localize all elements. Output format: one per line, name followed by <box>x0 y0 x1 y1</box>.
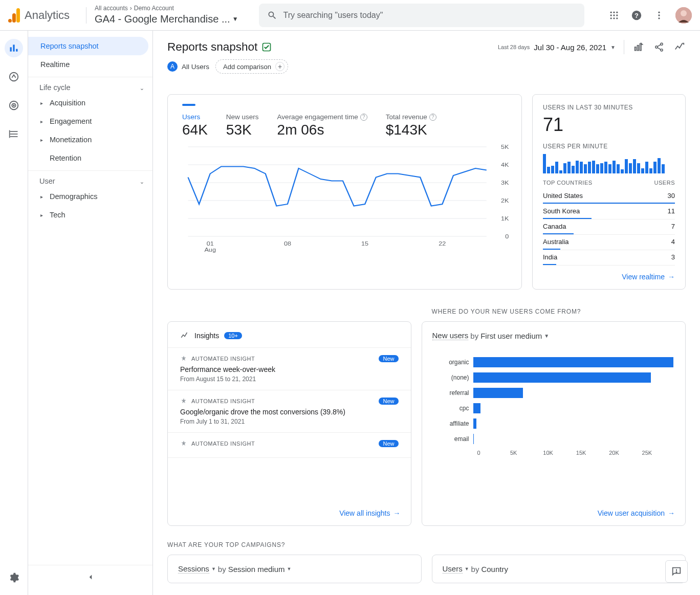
help-icon[interactable]: ? <box>630 9 643 21</box>
sidenav-section-lifecycle[interactable]: Life cycle ⌃ <box>28 77 152 94</box>
caret-down-icon: ▼ <box>211 566 216 571</box>
svg-point-16 <box>658 17 660 19</box>
rail-explore-icon[interactable] <box>5 68 23 86</box>
users-by-country-selector[interactable]: Users ▼ by Country <box>443 564 675 574</box>
svg-point-3 <box>610 11 612 13</box>
sidenav-realtime[interactable]: Realtime <box>28 55 152 74</box>
svg-text:1K: 1K <box>501 215 509 222</box>
caret-right-icon: ▸ <box>40 212 46 218</box>
insights-header: Insights 10+ <box>168 331 411 347</box>
svg-point-2 <box>8 19 12 23</box>
more-vert-icon[interactable] <box>653 9 665 21</box>
metric-avg-engagement[interactable]: Average engagement time ? 2m 06s <box>277 113 367 138</box>
metric-avg-eng-value: 2m 06s <box>277 122 367 138</box>
realtime-countries-list: United States30South Korea11Canada7Austr… <box>543 189 675 266</box>
svg-rect-27 <box>10 134 18 135</box>
caret-down-icon: ▼ <box>232 15 238 24</box>
product-logo[interactable]: Analytics <box>8 8 70 23</box>
realtime-users-count: 71 <box>543 114 675 136</box>
rail-advertising-icon[interactable] <box>5 96 23 115</box>
share-icon[interactable] <box>653 41 665 53</box>
date-range-selector[interactable]: Last 28 days Jul 30 - Aug 26, 2021 ▼ <box>498 43 616 52</box>
svg-rect-32 <box>638 46 639 51</box>
add-comparison-label: Add comparison <box>223 63 271 71</box>
svg-point-9 <box>610 17 612 19</box>
insights-list[interactable]: AUTOMATED INSIGHTNewPerformance week-ove… <box>168 347 411 502</box>
caret-down-icon: ▼ <box>287 566 292 571</box>
insights-count-badge: 10+ <box>224 332 242 339</box>
svg-point-5 <box>616 11 618 13</box>
page-header: Reports snapshot Last 28 days Jul 30 - A… <box>167 40 686 54</box>
search-input[interactable]: Try searching "users today" <box>259 4 584 27</box>
insight-item[interactable]: AUTOMATED INSIGHTNewGoogle/organic drove… <box>168 390 411 433</box>
sessions-selector[interactable]: Sessions ▼ by Session medium ▼ <box>178 564 411 574</box>
realtime-country-row[interactable]: Australia4 <box>543 235 675 250</box>
nav-rail <box>0 31 28 595</box>
sidenav-acquisition[interactable]: ▸Acquisition <box>28 94 152 112</box>
view-all-insights-link[interactable]: View all insights → <box>168 509 411 517</box>
svg-text:3K: 3K <box>501 180 509 186</box>
info-icon[interactable]: ? <box>429 114 436 121</box>
new-users-selector[interactable]: New users by First user medium ▼ <box>432 331 675 340</box>
rail-admin-icon[interactable] <box>5 568 23 587</box>
analytics-logo-icon <box>8 8 20 23</box>
realtime-country-row[interactable]: India3 <box>543 250 675 266</box>
sidenav-engagement[interactable]: ▸Engagement <box>28 112 152 130</box>
insight-item[interactable]: AUTOMATED INSIGHTNew <box>168 433 411 458</box>
view-realtime-link[interactable]: View realtime → <box>543 273 675 281</box>
app-header: Analytics All accounts › Demo Account GA… <box>0 0 700 31</box>
sidenav-retention[interactable]: Retention <box>28 149 152 167</box>
rail-reports-icon[interactable] <box>5 39 23 57</box>
sparkle-icon <box>180 331 189 340</box>
hbar-row: email <box>432 431 675 447</box>
caret-right-icon: ▸ <box>40 137 46 143</box>
sidenav-monetization[interactable]: ▸Monetization <box>28 130 152 149</box>
sidenav-tech[interactable]: ▸Tech <box>28 206 152 224</box>
sidenav-reports-snapshot[interactable]: Reports snapshot <box>28 37 148 55</box>
svg-point-18 <box>681 10 687 16</box>
sidenav-section-user[interactable]: User ⌃ <box>28 170 152 187</box>
realtime-country-row[interactable]: South Korea11 <box>543 204 675 219</box>
account-selector[interactable]: All accounts › Demo Account GA4 - Google… <box>95 5 238 26</box>
svg-text:Aug: Aug <box>204 247 215 253</box>
svg-rect-21 <box>16 49 17 52</box>
svg-point-10 <box>613 17 615 19</box>
svg-rect-26 <box>10 131 18 132</box>
header-divider <box>86 7 86 24</box>
search-placeholder: Try searching "users today" <box>283 11 383 20</box>
svg-point-25 <box>13 105 14 106</box>
segment-all-users[interactable]: A All Users <box>167 61 209 72</box>
metric-new-users[interactable]: New users 53K <box>226 113 259 138</box>
hbar-row: affiliate <box>432 416 675 431</box>
user-avatar[interactable] <box>675 7 692 24</box>
svg-text:22: 22 <box>439 240 446 247</box>
caret-right-icon: ▸ <box>40 119 46 124</box>
report-sidenav: Reports snapshot Realtime Life cycle ⌃ ▸… <box>28 31 153 595</box>
apps-icon[interactable] <box>608 9 620 21</box>
realtime-country-row[interactable]: United States30 <box>543 189 675 204</box>
metric-new-users-value: 53K <box>226 122 259 138</box>
property-name: GA4 - Google Merchandise ... <box>95 12 230 26</box>
view-user-acquisition-link[interactable]: View user acquisition → <box>432 509 675 517</box>
property-dropdown[interactable]: GA4 - Google Merchandise ... ▼ <box>95 12 238 26</box>
rail-configure-icon[interactable] <box>5 125 23 143</box>
insight-item[interactable]: AUTOMATED INSIGHTNewPerformance week-ove… <box>168 348 411 390</box>
customize-report-icon[interactable] <box>632 41 645 53</box>
segment-badge-icon: A <box>167 61 178 72</box>
metric-total-revenue[interactable]: Total revenue ? $143K <box>386 113 436 138</box>
sidenav-demographics[interactable]: ▸Demographics <box>28 187 152 206</box>
insights-icon[interactable] <box>673 41 686 53</box>
hbar-row: organic <box>432 355 675 370</box>
metric-users[interactable]: Users 64K <box>182 113 208 138</box>
feedback-button[interactable] <box>665 560 688 583</box>
campaigns-question: WHAT ARE YOUR TOP CAMPAIGNS? <box>167 541 686 548</box>
info-icon[interactable]: ? <box>360 114 367 121</box>
caret-right-icon: ▸ <box>40 194 46 200</box>
breadcrumb-account: Demo Account <box>134 5 174 13</box>
new-users-bar-chart: organic(none)referralcpcaffiliateemail 0… <box>432 349 675 502</box>
svg-text:5K: 5K <box>501 144 509 150</box>
metrics-row: Users 64K New users 53K Average engageme… <box>182 113 511 138</box>
sidenav-collapse-button[interactable] <box>28 565 152 589</box>
add-comparison-button[interactable]: Add comparison + <box>215 59 288 74</box>
realtime-country-row[interactable]: Canada7 <box>543 219 675 235</box>
